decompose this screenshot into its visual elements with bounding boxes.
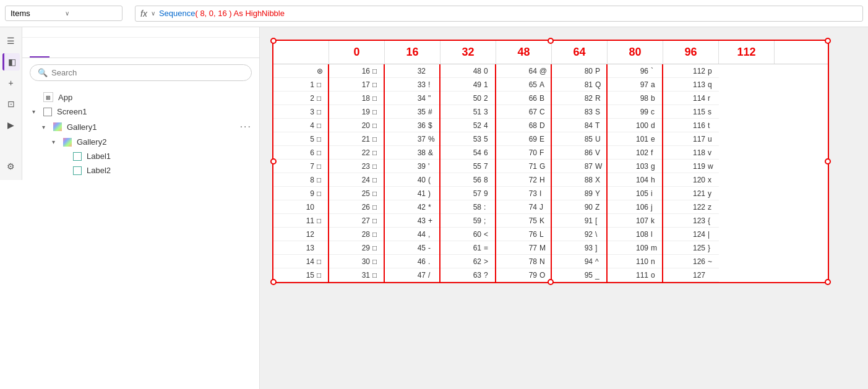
tree-item-screen1[interactable]: ▾ Screen1 [22,105,259,119]
gallery1-more[interactable]: ··· [240,121,252,132]
gallery-cell: 126~ [663,255,719,268]
gallery-cell: 106j [608,200,662,214]
tree-item-gallery1[interactable]: ▾ Gallery1 ··· [22,119,259,135]
handle-mr[interactable] [825,158,831,165]
gallery-cell: 41) [385,187,439,200]
gallery-cell: 14□ [273,255,328,268]
gallery-cell: ⊛ [273,64,328,78]
panel-icon-settings[interactable]: ⚙ [2,158,20,175]
gallery-cell: 108l [608,228,662,241]
col-header-64: 64 [552,41,608,64]
gallery-cell: 101e [608,132,662,146]
handle-tm[interactable] [548,38,554,44]
items-dropdown[interactable]: Items ∨ [5,6,122,21]
app-icon: ⊞ [43,92,53,102]
tree-item-label1[interactable]: Label1 [22,149,259,163]
gallery-cell: 111o [608,268,662,282]
panel-icon-plus[interactable]: + [2,74,20,92]
sidebar: ☰ ◧ + ⊡ ▶ ⚙ 🔍 [0,27,260,389]
gallery-col-112: 112p113q114r115s116t117u118v119w120x121y… [663,64,719,282]
gallery-cell: 16□ [329,64,384,78]
gallery-body: ⊛1□2□3□4□5□6□7□8□9□1011□121314□15□16□17□… [273,64,828,282]
header-row: 0163248648096112 [273,41,828,64]
gallery-cell: 58: [440,200,495,214]
gallery-cell: 123{ [663,214,719,228]
formula-bar[interactable]: fx ∨ Sequence( 8, 0, 16 ) As HighNibble [135,6,863,22]
gallery-cell: 64@ [496,64,551,78]
gallery-cell: 117u [663,132,719,146]
gallery-cell: 95_ [552,268,606,282]
gallery-cell: 83S [552,105,606,119]
gallery-col-16: 16□17□18□19□20□21□22□23□24□25□26□27□28□2… [329,64,385,282]
screen-icon [43,108,52,116]
gallery-col-48: 48049150251352453554655756857958:59;60<6… [440,64,496,282]
gallery-cell: 34" [385,92,439,105]
gallery-cell: 43+ [385,214,439,228]
tree-item-gallery2[interactable]: ▾ Gallery2 [22,135,259,149]
handle-bl[interactable] [270,279,277,285]
gallery-cell: 121y [663,187,719,200]
gallery-cell: 30□ [329,255,384,268]
gallery-table[interactable]: 0163248648096112 ⊛1□2□3□4□5□6□7□8□9□1011… [272,40,829,283]
gallery-cell: 40( [385,173,439,187]
search-input[interactable] [51,68,244,77]
gallery-cell: 18□ [329,92,384,105]
gallery-cell: 104h [608,173,662,187]
col-header-16: 16 [385,41,440,64]
tab-screens[interactable] [30,49,49,58]
gallery-cell: 74J [496,200,551,214]
dropdown-chevron: ∨ [65,10,117,17]
gallery1-label: Gallery1 [67,122,97,132]
gallery-cell: 12 [273,228,328,241]
panel-icon-menu[interactable]: ☰ [2,32,20,49]
gallery-cell: 80P [552,64,606,78]
handle-tr[interactable] [825,38,831,44]
gallery-cell: 3□ [273,105,328,119]
gallery-cell: 85U [552,132,606,146]
gallery-cell: 59; [440,214,495,228]
top-bar: Items ∨ fx ∨ Sequence( 8, 0, 16 ) As Hig… [0,0,868,27]
gallery-cell: 113q [663,78,719,92]
label2-label: Label2 [87,166,111,175]
panel-icon-media[interactable]: ▶ [2,116,20,134]
gallery-cell: 86V [552,146,606,160]
gallery-cell: 114r [663,92,719,105]
label1-label: Label1 [87,152,111,161]
tree-item-app[interactable]: ⊞ App [22,90,259,105]
gallery-cell: 82R [552,92,606,105]
gallery-cell: 491 [440,78,495,92]
gallery-cell: 9□ [273,187,328,200]
handle-tl[interactable] [270,38,277,44]
col-header-0: 0 [329,41,385,64]
col-header-112: 112 [719,41,775,64]
gallery-cell: 546 [440,146,495,160]
panel-icon-shapes[interactable]: ⊡ [2,95,20,113]
gallery-cell: 579 [440,187,495,200]
gallery-cell: 119w [663,160,719,173]
gallery-cell: 67C [496,105,551,119]
gallery-cell: 33! [385,78,439,92]
gallery-cell: 45- [385,241,439,255]
handle-ml[interactable] [270,158,277,165]
tree-item-label2[interactable]: Label2 [22,163,259,177]
handle-bm[interactable] [548,279,554,285]
gallery-cell: 75K [496,214,551,228]
gallery-cell: 88X [552,173,606,187]
gallery-cell: 2□ [273,92,328,105]
search-box[interactable]: 🔍 [30,64,252,81]
col-header-80: 80 [608,41,663,64]
gallery-cell: 125} [663,241,719,255]
gallery-cell: 61= [440,241,495,255]
gallery-cell: 118v [663,146,719,160]
gallery-col-80: 80P81Q82R83S84T85U86V87W88X89Y90Z91[92\9… [552,64,608,282]
gallery-cell: 84T [552,119,606,132]
handle-br[interactable] [825,279,831,285]
gallery-cell: 39' [385,160,439,173]
tabs [22,45,259,58]
gallery-cell: 557 [440,160,495,173]
panel-icon-tree[interactable]: ◧ [2,53,20,71]
col-header-48: 48 [496,41,552,64]
tab-components[interactable] [49,49,69,58]
gallery-cell: 27□ [329,214,384,228]
gallery1-icon [53,122,62,131]
